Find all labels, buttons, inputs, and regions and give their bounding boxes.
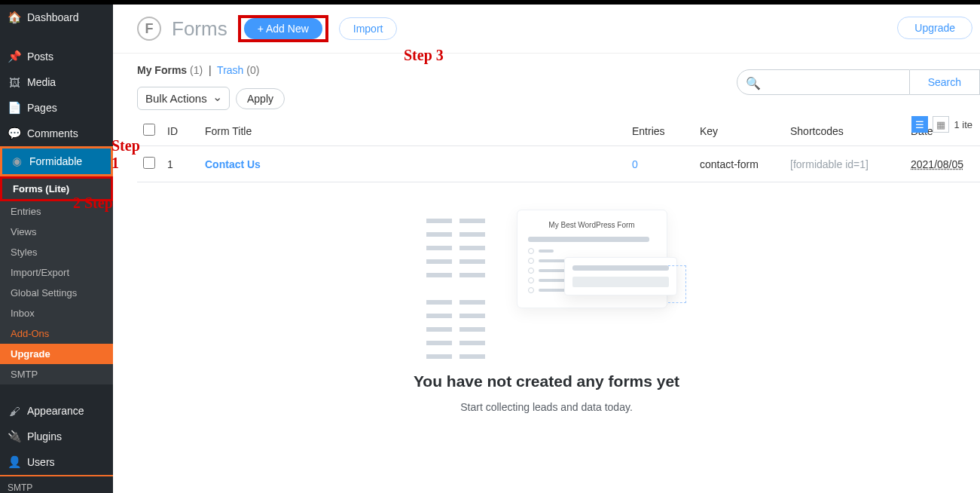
table-row: 1 Contact Us 0 contact-form [formidable … xyxy=(137,146,980,182)
import-button[interactable]: Import xyxy=(339,17,398,40)
empty-illustration: My Best WordPress Form xyxy=(426,210,667,353)
submenu-addons[interactable]: Add-Ons xyxy=(0,323,113,344)
tab-trash[interactable]: Trash xyxy=(217,64,243,76)
dashboard-icon: 🏠 xyxy=(8,11,21,24)
cell-shortcode: [formidable id=1] xyxy=(784,146,905,182)
illus-title: My Best WordPress Form xyxy=(528,221,656,229)
main-content: F Forms + Add New Import Upgrade Step 3 … xyxy=(113,5,980,493)
sidebar-item-smtp[interactable]: SMTP xyxy=(0,476,113,493)
submenu-forms-highlight: Forms (Lite) xyxy=(0,176,113,201)
col-id[interactable]: ID xyxy=(161,116,199,146)
sidebar-item-comments[interactable]: 💬Comments xyxy=(0,121,113,146)
submenu-styles[interactable]: Styles xyxy=(0,242,113,262)
empty-state: My Best WordPress Form You have not crea… xyxy=(113,182,980,413)
submenu-smtp[interactable]: SMTP xyxy=(0,364,113,384)
comments-icon: 💬 xyxy=(8,127,21,140)
cell-title-link[interactable]: Contact Us xyxy=(205,158,261,170)
users-icon: 👤 xyxy=(8,455,21,469)
add-new-highlight: + Add New xyxy=(238,15,328,42)
sidebar-item-posts[interactable]: 📌Posts xyxy=(0,44,113,69)
item-count: 1 ite xyxy=(954,119,972,130)
submenu-inbox[interactable]: Inbox xyxy=(0,303,113,323)
pages-icon: 📄 xyxy=(8,101,21,115)
cell-id: 1 xyxy=(161,146,199,182)
submenu-entries[interactable]: Entries xyxy=(0,201,113,222)
tab-myforms[interactable]: My Forms xyxy=(137,64,187,76)
cell-key: contact-form xyxy=(694,146,784,182)
submenu-views[interactable]: Views xyxy=(0,222,113,242)
col-shortcodes[interactable]: Shortcodes xyxy=(784,116,905,146)
table-header-row: ID Form Title Entries Key Shortcodes Dat… xyxy=(137,116,980,146)
col-title[interactable]: Form Title xyxy=(199,116,626,146)
bulk-actions-select[interactable]: Bulk Actions xyxy=(137,87,230,110)
empty-heading: You have not created any forms yet xyxy=(113,372,980,390)
search-bar: 🔍 Search xyxy=(737,69,980,95)
posts-icon: 📌 xyxy=(8,50,21,63)
sidebar-item-dashboard[interactable]: 🏠Dashboard xyxy=(0,5,113,30)
view-options: ☰ ▦ 1 ite xyxy=(911,116,972,133)
sidebar-item-formidable[interactable]: ◉Formidable xyxy=(2,149,111,174)
forms-table: ID Form Title Entries Key Shortcodes Dat… xyxy=(137,116,980,182)
media-icon: 🖼 xyxy=(8,75,21,89)
sidebar-item-formidable-highlight: ◉Formidable xyxy=(0,146,113,176)
cell-date: 2021/08/05 xyxy=(911,158,963,170)
sidebar-item-pages[interactable]: 📄Pages xyxy=(0,95,113,121)
sidebar-item-users[interactable]: 👤Users xyxy=(0,449,113,476)
page-header: F Forms + Add New Import Upgrade xyxy=(113,5,980,54)
search-button[interactable]: Search xyxy=(910,69,980,95)
search-icon: 🔍 xyxy=(746,76,761,90)
row-checkbox[interactable] xyxy=(143,157,155,169)
page-title: Forms xyxy=(172,17,227,41)
formidable-logo-icon: F xyxy=(137,17,161,41)
upgrade-button[interactable]: Upgrade xyxy=(897,17,972,39)
select-all-checkbox[interactable] xyxy=(143,124,155,136)
appearance-icon: 🖌 xyxy=(8,404,21,418)
apply-button[interactable]: Apply xyxy=(236,88,285,109)
admin-sidebar: 🏠Dashboard 📌Posts 🖼Media 📄Pages 💬Comment… xyxy=(0,5,113,493)
submenu-import-export[interactable]: Import/Export xyxy=(0,262,113,283)
submenu-upgrade[interactable]: Upgrade xyxy=(0,344,113,364)
cell-entries-link[interactable]: 0 xyxy=(632,158,638,170)
search-input[interactable] xyxy=(737,69,910,95)
myforms-count: (1) xyxy=(190,64,203,76)
formidable-icon: ◉ xyxy=(10,155,23,168)
sidebar-submenu: Forms (Lite) Entries Views Styles Import… xyxy=(0,176,113,384)
view-list-icon[interactable]: ☰ xyxy=(911,116,928,133)
sidebar-item-appearance[interactable]: 🖌Appearance xyxy=(0,398,113,424)
sidebar-item-media[interactable]: 🖼Media xyxy=(0,69,113,95)
view-grid-icon[interactable]: ▦ xyxy=(933,116,949,133)
empty-sub: Start collecting leads and data today. xyxy=(113,401,980,413)
sidebar-item-plugins[interactable]: 🔌Plugins xyxy=(0,424,113,449)
add-new-button[interactable]: + Add New xyxy=(244,18,322,39)
plugins-icon: 🔌 xyxy=(8,430,21,443)
submenu-global-settings[interactable]: Global Settings xyxy=(0,283,113,303)
trash-count: (0) xyxy=(246,64,259,76)
col-key[interactable]: Key xyxy=(694,116,784,146)
submenu-forms[interactable]: Forms (Lite) xyxy=(2,179,111,199)
col-entries[interactable]: Entries xyxy=(626,116,694,146)
